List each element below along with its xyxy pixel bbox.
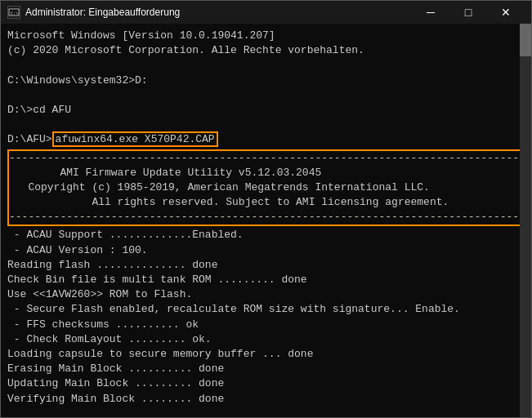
ami-dashed-bottom: ----------------------------------------… (9, 210, 523, 225)
line-4: C:\Windows\system32>D: (7, 73, 525, 88)
line-use-rom: Use <<1AVW260>> ROM to Flash. (7, 287, 525, 302)
maximize-button[interactable]: □ (449, 1, 487, 24)
window-controls: ─ □ ✕ (412, 1, 525, 24)
line-acau-version: - ACAU Version : 100. (7, 243, 525, 258)
ami-title: AMI Firmware Update Utility v5.12.03.204… (9, 166, 523, 180)
line-blank (7, 407, 525, 417)
line-erasing: Erasing Main Block .......... done (7, 362, 525, 376)
line-check-bin: Check Bin file is multi tank ROM .......… (7, 273, 525, 287)
terminal-body[interactable]: Microsoft Windows [Version 10.0.19041.20… (1, 24, 531, 417)
line-reading-flash: Reading flash .............. done (7, 258, 525, 273)
window-icon: C:\ (7, 6, 20, 19)
ami-copyright: Copyright (c) 1985-2019, American Megatr… (9, 180, 523, 195)
line-ffs: - FFS checksums .......... ok (7, 318, 525, 332)
line-1: Microsoft Windows [Version 10.0.19041.20… (7, 29, 525, 43)
window: C:\ Administrator: Eingabeaufforderung ─… (0, 0, 532, 418)
line-verifying: Verifying Main Block ........ done (7, 392, 525, 407)
line-secure-flash: - Secure Flash enabled, recalculate ROM … (7, 302, 525, 317)
line-6: D:\>cd AFU (7, 103, 525, 118)
ami-info-box: ----------------------------------------… (7, 149, 525, 227)
line-loading: Loading capsule to secure memory buffer … (7, 347, 525, 362)
window-title: Administrator: Eingabeaufforderung (25, 7, 412, 18)
ami-rights: All rights reserved. Subject to AMI lice… (9, 195, 523, 210)
svg-text:C:\: C:\ (11, 11, 18, 16)
minimize-button[interactable]: ─ (412, 1, 449, 24)
line-acau-support: - ACAU Support .............Enabled. (7, 228, 525, 242)
ami-dashed-top: ----------------------------------------… (9, 151, 523, 166)
title-bar: C:\ Administrator: Eingabeaufforderung ─… (1, 1, 531, 24)
line-3 (7, 58, 525, 73)
close-button[interactable]: ✕ (487, 1, 525, 24)
line-5 (7, 88, 525, 103)
scrollbar[interactable] (520, 24, 531, 417)
scrollbar-thumb[interactable] (520, 24, 531, 56)
command-highlight: afuwinx64.exe X570P42.CAP (52, 131, 218, 147)
line-7 (7, 118, 525, 132)
line-2: (c) 2020 Microsoft Corporation. Alle Rec… (7, 43, 525, 58)
line-updating: Updating Main Block ......... done (7, 376, 525, 391)
line-romlayout: - Check RomLayout ......... ok. (7, 332, 525, 347)
line-command: D:\AFU>afuwinx64.exe X570P42.CAP (7, 132, 525, 147)
